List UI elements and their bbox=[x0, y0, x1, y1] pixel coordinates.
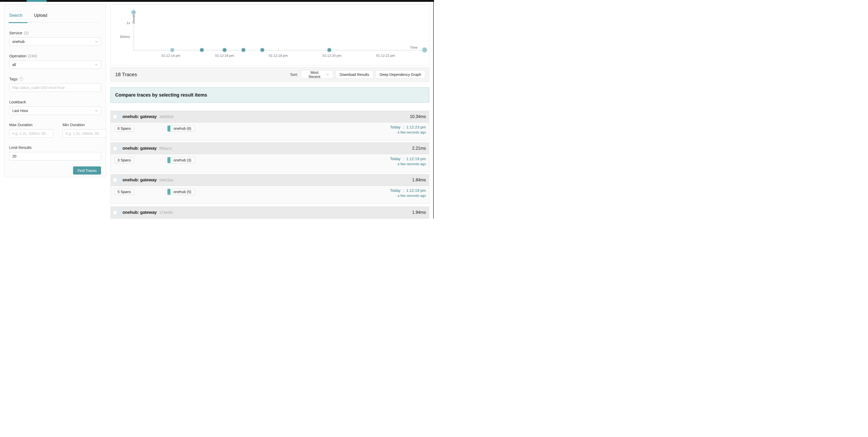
jaeger-search-page: Search Upload Service (2) onehub Operati… bbox=[0, 0, 434, 218]
limit-results-input[interactable] bbox=[9, 152, 101, 160]
trace-date-link[interactable]: Today bbox=[390, 156, 401, 161]
x-axis-tick-mark bbox=[332, 49, 332, 52]
service-span-tag: onehub (6) bbox=[167, 125, 195, 132]
duration-field-group: Max Duration Min Duration bbox=[9, 122, 101, 138]
trace-scatter-dot[interactable] bbox=[327, 48, 331, 52]
trace-title: onehub: gateway bbox=[123, 210, 157, 215]
trace-time-meta: Today | 1:12:19 pm a few seconds ago bbox=[390, 188, 426, 197]
max-duration-input[interactable] bbox=[9, 129, 53, 138]
operation-field-group: Operation (240) all bbox=[9, 54, 101, 69]
trace-duration: 1.84ms bbox=[412, 174, 426, 186]
trace-relative-time: a few seconds ago bbox=[390, 194, 426, 197]
operation-label: Operation (240) bbox=[9, 54, 101, 58]
limit-results-label: Limit Results bbox=[9, 145, 101, 150]
trace-card-header[interactable]: onehub: gateway f95ac1c 2.21ms bbox=[111, 143, 429, 154]
trace-time-meta: Today | 1:12:19 pm a few seconds ago bbox=[390, 156, 426, 166]
span-count-chip: 5 Spans bbox=[114, 189, 134, 195]
scatter-plot-area: Duration Time 01:12:14 pm01:12:16 pm01:1… bbox=[111, 5, 429, 65]
chevron-down-icon bbox=[95, 64, 98, 66]
y-axis-tick-label: 1s bbox=[114, 21, 130, 25]
tab-search[interactable]: Search bbox=[9, 13, 23, 18]
trace-date-link[interactable]: Today bbox=[390, 188, 401, 193]
trace-time-link[interactable]: 1:12:19 pm bbox=[406, 156, 426, 161]
search-side-panel: Search Upload Service (2) onehub Operati… bbox=[4, 4, 106, 177]
max-duration-group: Max Duration bbox=[9, 122, 53, 138]
trace-relative-time: a few seconds ago bbox=[390, 130, 426, 134]
trace-time-link[interactable]: 1:12:19 pm bbox=[406, 188, 426, 193]
x-axis-tick-mark bbox=[385, 49, 386, 52]
trace-card-header[interactable]: onehub: gateway 04e22ac 1.84ms bbox=[111, 174, 429, 186]
help-icon[interactable]: ? bbox=[19, 77, 23, 81]
trace-scatter-dot[interactable] bbox=[131, 10, 136, 14]
trace-scatter-dot[interactable] bbox=[422, 48, 427, 53]
operation-select[interactable]: all bbox=[9, 60, 101, 69]
x-axis-tick-label: 01:12:22 pm bbox=[367, 54, 404, 58]
trace-relative-time: a few seconds ago bbox=[390, 162, 426, 166]
service-select[interactable]: onehub bbox=[9, 37, 101, 46]
tags-input[interactable] bbox=[9, 84, 101, 92]
x-axis-tick-label: 01:12:16 pm bbox=[206, 54, 243, 58]
trace-result-card[interactable]: onehub: gateway 173e0f4 1.94ms bbox=[111, 207, 429, 218]
service-label: Service (2) bbox=[9, 31, 101, 35]
duration-scatter-chart: Duration Time 01:12:14 pm01:12:16 pm01:1… bbox=[111, 4, 429, 65]
trace-time-meta: Today | 1:12:23 pm a few seconds ago bbox=[390, 125, 426, 134]
trace-result-card[interactable]: onehub: gateway f95ac1c 2.21ms 3 Spans o… bbox=[111, 142, 429, 172]
trace-duration: 10.34ms bbox=[410, 111, 426, 122]
trace-card-header[interactable]: onehub: gateway 173e0f4 1.94ms bbox=[111, 207, 429, 218]
trace-scatter-dot[interactable] bbox=[241, 48, 246, 52]
results-column: Duration Time 01:12:14 pm01:12:16 pm01:1… bbox=[111, 0, 429, 218]
trace-select-checkbox[interactable] bbox=[113, 210, 117, 215]
lookback-select[interactable]: Last Hour bbox=[9, 106, 101, 115]
window-edge-line bbox=[433, 2, 434, 218]
max-duration-label: Max Duration bbox=[9, 122, 53, 127]
results-header-bar: 18 Traces Sort: Most Recent Download Res… bbox=[111, 67, 429, 82]
trace-select-checkbox[interactable] bbox=[113, 146, 117, 151]
chevron-down-icon bbox=[95, 41, 98, 43]
trace-duration: 2.21ms bbox=[412, 143, 426, 154]
trace-duration-bar bbox=[119, 143, 122, 154]
download-results-button[interactable]: Download Results bbox=[335, 70, 373, 79]
min-duration-label: Min Duration bbox=[63, 122, 107, 127]
trace-select-checkbox[interactable] bbox=[113, 115, 117, 119]
trace-duration: 1.94ms bbox=[412, 207, 426, 218]
sort-select[interactable]: Most Recent bbox=[301, 70, 333, 79]
trace-select-checkbox[interactable] bbox=[113, 178, 117, 182]
sort-label: Sort: bbox=[290, 72, 298, 77]
chevron-down-icon bbox=[326, 73, 329, 75]
trace-id: 173e0f4 bbox=[159, 210, 173, 215]
trace-count: 18 Traces bbox=[115, 72, 137, 77]
service-color-bar bbox=[167, 189, 170, 195]
deep-dependency-graph-button[interactable]: Deep Dependency Graph bbox=[375, 70, 425, 79]
trace-id: f95ac1c bbox=[159, 146, 172, 151]
x-axis-tick-label: 01:12:14 pm bbox=[153, 54, 189, 58]
compare-banner-text: Compare traces by selecting result items bbox=[115, 92, 207, 98]
y-axis-tick-mark bbox=[132, 37, 133, 37]
chevron-down-icon bbox=[95, 110, 98, 112]
x-axis-tick-label: 01:12:20 pm bbox=[314, 54, 350, 58]
min-duration-input[interactable] bbox=[63, 129, 107, 138]
x-axis-tick-mark bbox=[278, 49, 279, 52]
meta-separator: | bbox=[403, 125, 404, 129]
trace-card-body: 3 Spans onehub (3) Today | 1:12:19 pm a … bbox=[111, 154, 429, 172]
trace-date-link[interactable]: Today bbox=[390, 125, 401, 129]
span-count-chip: 3 Spans bbox=[114, 157, 134, 163]
trace-scatter-dot[interactable] bbox=[222, 48, 227, 52]
lookback-field-group: Lookback Last Hour bbox=[9, 100, 101, 115]
operation-select-value: all bbox=[12, 63, 16, 67]
find-traces-button[interactable]: Find Traces bbox=[73, 166, 101, 175]
trace-result-card[interactable]: onehub: gateway 3463916 10.34ms 6 Spans … bbox=[111, 111, 429, 141]
trace-scatter-dot[interactable] bbox=[200, 48, 204, 52]
trace-title: onehub: gateway bbox=[123, 146, 157, 151]
trace-card-header[interactable]: onehub: gateway 3463916 10.34ms bbox=[111, 111, 429, 122]
service-span-tag-label: onehub (5) bbox=[170, 189, 194, 195]
top-nav-active-tab-indicator bbox=[27, 0, 46, 2]
service-span-tag: onehub (5) bbox=[167, 189, 195, 195]
trace-time-link[interactable]: 1:12:23 pm bbox=[406, 125, 426, 129]
trace-result-card[interactable]: onehub: gateway 04e22ac 1.84ms 5 Spans o… bbox=[111, 174, 429, 204]
trace-scatter-dot[interactable] bbox=[170, 48, 174, 52]
min-duration-group: Min Duration bbox=[63, 122, 107, 138]
tab-upload[interactable]: Upload bbox=[34, 13, 48, 18]
trace-id: 04e22ac bbox=[159, 178, 174, 182]
span-count-chip: 6 Spans bbox=[114, 125, 134, 132]
trace-scatter-dot[interactable] bbox=[260, 48, 265, 52]
